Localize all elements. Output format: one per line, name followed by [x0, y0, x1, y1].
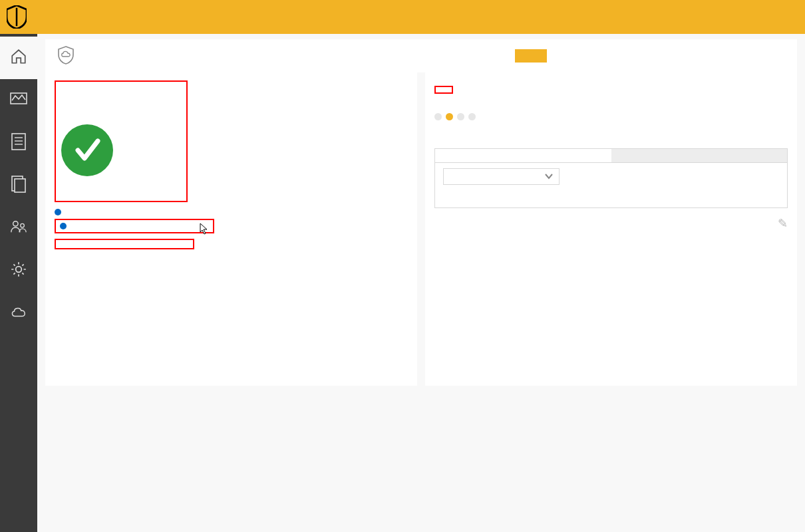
reports-icon — [10, 133, 27, 150]
endpoint-donut-chart — [229, 239, 342, 354]
notifications-line — [55, 206, 408, 216]
threatcon-dots — [434, 112, 480, 122]
app-header — [0, 0, 805, 34]
pencil-icon[interactable]: ✎ — [778, 216, 788, 231]
clients-icon — [10, 218, 27, 235]
nav-clients[interactable] — [0, 207, 37, 249]
check-icon — [61, 124, 113, 176]
svg-rect-1 — [12, 134, 25, 150]
cloud-icon — [10, 303, 27, 321]
timeframe-select[interactable] — [443, 168, 560, 185]
nav-home[interactable] — [0, 37, 37, 79]
home-icon — [10, 48, 27, 65]
cursor-icon — [200, 223, 209, 237]
nav-admin[interactable] — [0, 249, 37, 292]
monitors-icon — [10, 90, 27, 108]
sidebar — [0, 34, 37, 532]
notification-badge-icon — [55, 209, 61, 215]
download-risks-line — [435, 190, 787, 207]
svg-point-9 — [16, 267, 22, 273]
tab-exploits[interactable] — [611, 149, 788, 162]
cloud-banner — [45, 39, 797, 72]
shield-icon — [7, 5, 27, 29]
tab-virus-risks[interactable] — [435, 149, 611, 162]
nav-monitors[interactable] — [0, 79, 37, 122]
restart-line — [55, 268, 202, 278]
replication-status-box — [55, 219, 214, 233]
gear-icon — [10, 261, 27, 278]
license-status-value — [434, 86, 453, 94]
replication-badge-icon — [60, 223, 67, 229]
chevron-down-icon — [544, 172, 554, 182]
nav-cloud[interactable] — [0, 292, 37, 334]
svg-rect-6 — [15, 179, 25, 192]
security-status-panel — [55, 80, 188, 202]
cloud-shield-icon — [56, 45, 76, 67]
nav-reports[interactable] — [0, 122, 37, 164]
svg-point-7 — [13, 221, 18, 226]
endpoint-protection-box — [55, 239, 194, 249]
enroll-button[interactable] — [515, 49, 547, 63]
nav-policies[interactable] — [0, 164, 37, 207]
svg-point-8 — [21, 223, 25, 227]
policies-icon — [10, 176, 27, 193]
